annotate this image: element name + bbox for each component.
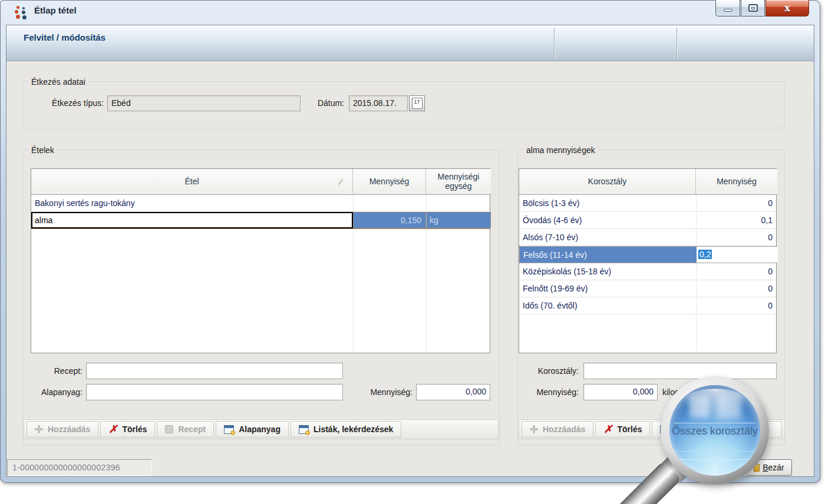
lists-queries-button[interactable]: Listák, lekérdezések [291, 421, 401, 437]
food-unit-cell[interactable]: kg [426, 212, 491, 228]
age-group-label: Korosztály: [519, 363, 579, 379]
window-title: Étlap tétel [34, 5, 77, 15]
plus-icon [530, 425, 538, 433]
table-row-selected[interactable]: Felsős (11-14 év) 0,2 [519, 246, 776, 263]
quantity-input[interactable]: 0,000 [416, 384, 490, 400]
meal-data-group-label: Étkezés adatai [28, 77, 88, 87]
ingredient-label: Alapanyag: [24, 384, 82, 400]
close-window-button[interactable]: x [765, 0, 809, 16]
foods-table: Étel Mennyiség Mennyiségi egység Bakonyi… [31, 168, 490, 353]
qty-cell[interactable]: 0,1 [696, 212, 777, 228]
edited-value: 0,2 [698, 250, 712, 259]
food-qty-cell[interactable]: 0,150 [353, 212, 426, 228]
age-cell[interactable]: Alsós (7-10 év) [519, 229, 696, 246]
age-cell[interactable]: Bölcsis (1-3 év) [519, 195, 696, 211]
age-group-input[interactable] [583, 363, 777, 379]
qty-cell[interactable]: 0 [696, 280, 777, 297]
close-dialog-label: Bezár [763, 463, 784, 472]
recipe-input[interactable] [86, 363, 343, 379]
magnified-button-text: Összes korosztály [669, 425, 760, 437]
quantity-input[interactable]: 0,000 [583, 384, 658, 400]
table-row[interactable]: Bakonyi sertés ragu-tokány [31, 195, 490, 212]
age-cell[interactable]: Idős (70. évtől) [519, 297, 696, 314]
recipe-icon [165, 425, 173, 433]
maximize-icon [748, 4, 758, 12]
screen: Étlap tétel x Felvitel / módosítás Étkez… [0, 0, 825, 504]
date-label: Dátum: [303, 95, 344, 111]
delete-portion-button[interactable]: ✗ Törlés [595, 421, 650, 437]
age-cell[interactable]: Óvodás (4-6 év) [519, 212, 696, 228]
table-row[interactable]: Idős (70. évtől) 0 [519, 297, 776, 314]
column-header-age[interactable]: Korosztály [519, 169, 696, 195]
magnifier-overlay: Összes korosztály [661, 376, 769, 485]
ingredient-button[interactable]: Alapanyag [216, 421, 289, 437]
qty-cell[interactable]: 0 [696, 297, 777, 314]
close-icon: x [784, 3, 790, 13]
calendar-icon: 17 [412, 98, 423, 109]
foods-toolbar: Hozzáadás ✗ Törlés Recept Alapanyag List… [24, 419, 499, 439]
recipe-button[interactable]: Recept [157, 421, 214, 437]
table-row-selected[interactable]: alma 0,150 kg [31, 212, 490, 229]
plus-icon [35, 425, 43, 433]
age-cell-selected[interactable]: Felsős (11-14 év) [520, 247, 697, 263]
qty-cell[interactable]: 0 [696, 195, 777, 211]
recipe-label: Recept: [24, 363, 82, 379]
minimize-button[interactable] [715, 0, 740, 16]
record-id-field: 1-000000000000000002396 [7, 459, 152, 476]
age-cell[interactable]: Középiskolás (15-18 év) [519, 263, 696, 280]
date-field[interactable]: 2015.08.17. [349, 95, 408, 111]
titlebar[interactable]: Étlap tétel x [0, 0, 820, 22]
table-row[interactable]: Bölcsis (1-3 év) 0 [519, 195, 776, 212]
minimize-icon [724, 9, 732, 12]
header-separator [676, 28, 678, 59]
header-separator [554, 28, 555, 59]
column-header-food[interactable]: Étel [31, 169, 353, 195]
delete-food-button[interactable]: ✗ Törlés [100, 421, 155, 437]
meal-type-field[interactable]: Ebéd [107, 95, 301, 111]
quantity-label: Mennyiség: [519, 384, 579, 400]
age-cell[interactable]: Felnőtt (19-69 év) [519, 280, 696, 297]
food-qty-cell[interactable] [353, 195, 426, 211]
qty-cell[interactable]: 0 [696, 263, 777, 280]
table-row[interactable]: Óvodás (4-6 év) 0,1 [519, 212, 776, 229]
header-band [6, 25, 814, 61]
add-food-button[interactable]: Hozzáadás [27, 421, 98, 437]
maximize-button[interactable] [741, 0, 765, 16]
food-name-cell-editing[interactable]: alma [31, 212, 353, 228]
qty-cell[interactable]: 0 [696, 229, 777, 246]
window-lookup-icon [299, 425, 309, 434]
lens-gloss [680, 389, 750, 423]
qty-cell-editing[interactable]: 0,2 [697, 247, 778, 263]
portions-table: Korosztály Mennyiség Bölcsis (1-3 év) 0 … [519, 168, 777, 353]
food-unit-cell[interactable] [426, 195, 491, 211]
portions-group-label: alma mennyiségek [523, 145, 598, 155]
column-header-unit[interactable]: Mennyiségi egység [426, 169, 491, 195]
magnifier-lens: Összes korosztály [669, 385, 760, 476]
foods-group-label: Ételek [28, 145, 57, 155]
table-row[interactable]: Középiskolás (15-18 év) 0 [519, 263, 776, 280]
column-header-qty[interactable]: Mennyiség [696, 169, 777, 195]
table-row[interactable]: Felnőtt (19-69 év) 0 [519, 280, 776, 297]
column-header-qty[interactable]: Mennyiség [353, 169, 426, 195]
delete-icon: ✗ [108, 424, 117, 435]
window-lookup-icon [224, 425, 234, 434]
food-name-cell[interactable]: Bakonyi sertés ragu-tokány [31, 195, 353, 211]
add-portion-button[interactable]: Hozzáadás [522, 421, 593, 437]
table-row[interactable]: Alsós (7-10 év) 0 [519, 229, 776, 246]
page-title: Felvitel / módosítás [24, 32, 105, 42]
quantity-label: Mennyiség: [354, 384, 412, 400]
ingredient-input[interactable] [86, 384, 343, 400]
meal-type-label: Étkezés típus: [34, 95, 104, 111]
calendar-button[interactable]: 17 [409, 95, 425, 111]
delete-icon: ✗ [603, 424, 612, 435]
app-icon [14, 5, 28, 19]
